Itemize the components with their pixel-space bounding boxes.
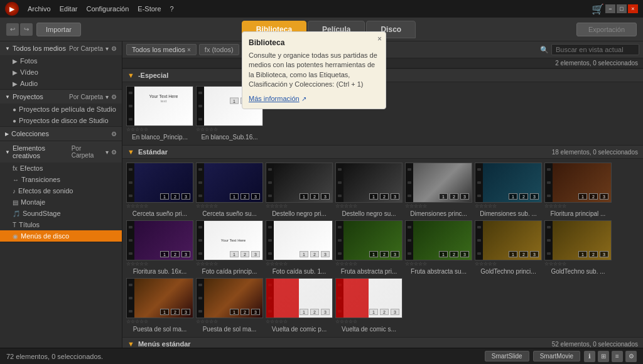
thumb: 123 bbox=[126, 163, 193, 203]
sidebar-item-audio[interactable]: ▶ Audio bbox=[0, 78, 122, 89]
title-bar: ▶ Archivo Editar Configuración E-Store ?… bbox=[0, 0, 643, 18]
sidebar-section-colecciones: ▶ Colecciones ⚙ bbox=[0, 127, 122, 141]
thumb: Your Text Here 123 bbox=[196, 220, 263, 260]
list-item[interactable]: 123 ☆☆☆☆☆ Fruta abstracta pri... bbox=[335, 220, 403, 276]
thumb: 123 bbox=[475, 163, 542, 203]
add-colecciones-icon[interactable]: ⚙ bbox=[111, 131, 117, 137]
item-label: En blanco_Sub.16... bbox=[196, 133, 263, 141]
filter-box[interactable]: fx (todos) bbox=[199, 44, 239, 55]
sidebar-item-menus[interactable]: ◉ Menús de disco bbox=[0, 230, 122, 242]
redo-button[interactable]: ↪ bbox=[20, 23, 33, 36]
menu-editar[interactable]: Editar bbox=[56, 4, 82, 14]
section-menus-estandar: ▼ Menús estándar 52 elementos, 0 selecci… bbox=[122, 337, 643, 348]
list-item[interactable]: Your Text Heretext ☆☆☆☆☆ En blanco_Princ… bbox=[126, 86, 193, 141]
import-button[interactable]: Importar bbox=[36, 23, 81, 36]
add-proyectos-icon[interactable]: ⚙ bbox=[111, 94, 117, 100]
list-item[interactable]: 123 ☆☆☆☆☆ Cerceta sueño pri... bbox=[126, 163, 193, 218]
sidebar-item-titulos[interactable]: T Títulos bbox=[0, 219, 122, 230]
list-item[interactable]: 123 ☆☆☆☆☆ Fruta abstracta su... bbox=[405, 220, 472, 276]
search-input[interactable] bbox=[551, 44, 639, 55]
add-medios-icon[interactable]: ⚙ bbox=[111, 45, 117, 52]
sort-proyectos[interactable]: Por Carpeta bbox=[69, 94, 103, 100]
disco-label: Proyectos de disco de Studio bbox=[19, 117, 108, 124]
export-button[interactable]: Exportación bbox=[576, 23, 637, 36]
menu-archivo[interactable]: Archivo bbox=[24, 4, 55, 14]
menu-estore[interactable]: E-Store bbox=[134, 4, 165, 14]
item-label: Dimensiones sub. ... bbox=[475, 210, 542, 218]
chevron-creativos-icon: ▾ bbox=[105, 149, 109, 156]
sort-creativos[interactable]: Por Carpeta bbox=[72, 145, 103, 159]
list-view-icon[interactable]: ≡ bbox=[612, 351, 623, 362]
item-label: GoldTechno princi... bbox=[475, 267, 542, 276]
list-item[interactable]: 123 ☆☆☆☆☆ Foto caída sub. 1... bbox=[266, 220, 333, 276]
sidebar-header-proyectos[interactable]: ▼ Proyectos Por Carpeta ▾ ⚙ bbox=[0, 90, 122, 104]
sidebar-item-soundstage[interactable]: 🎵 SoundStage bbox=[0, 208, 122, 219]
stars: ☆☆☆☆☆ bbox=[196, 260, 263, 267]
transiciones-icon: ↔ bbox=[13, 176, 19, 183]
sidebar-header-creativos[interactable]: ▼ Elementos creativos Por Carpeta ▾ ⚙ bbox=[0, 141, 122, 163]
tooltip-close-button[interactable]: × bbox=[377, 35, 382, 43]
smart-slide-button[interactable]: SmartSlide bbox=[485, 351, 529, 361]
sidebar-item-montaje[interactable]: ▤ Montaje bbox=[0, 196, 122, 208]
content-scroll[interactable]: ▼ -Especial Your Text Heretext ☆☆☆☆☆ En … bbox=[122, 68, 643, 348]
settings-icon[interactable]: ⚙ bbox=[625, 351, 637, 362]
tooltip-more-link[interactable]: Más información bbox=[249, 95, 300, 102]
breadcrumb-all-media[interactable]: Todos los medios × bbox=[126, 44, 197, 55]
smart-movie-button[interactable]: SmartMovie bbox=[533, 351, 580, 361]
sidebar-item-efectos-sonido[interactable]: ♪ Efectos de sonido bbox=[0, 185, 122, 196]
efectos-icon: fx bbox=[13, 165, 18, 172]
list-item[interactable]: 123 ☆☆☆☆☆ Vuelta de comic s... bbox=[335, 278, 403, 333]
stars: ☆☆☆☆☆ bbox=[544, 260, 612, 267]
stars: ☆☆☆☆☆ bbox=[126, 126, 193, 133]
sidebar-header-colecciones[interactable]: ▶ Colecciones ⚙ bbox=[0, 127, 122, 141]
list-item[interactable]: 123 ☆☆☆☆☆ Dimensiones princ... bbox=[405, 163, 472, 218]
arrow-medios: ▼ bbox=[5, 46, 10, 51]
sidebar-item-pelicula[interactable]: ● Proyectos de película de Studio bbox=[0, 104, 122, 115]
sort-medios[interactable]: Por Carpeta bbox=[69, 45, 103, 52]
audio-icon: ▶ bbox=[13, 80, 18, 87]
undo-button[interactable]: ↩ bbox=[6, 23, 19, 36]
sidebar-header-medios[interactable]: ▼ Todos los medios Por Carpeta ▾ ⚙ bbox=[0, 41, 122, 55]
sidebar-item-efectos[interactable]: fx Efectos bbox=[0, 163, 122, 174]
list-item[interactable]: 123 ☆☆☆☆☆ Puesta de sol ma... bbox=[196, 278, 263, 333]
list-item[interactable]: 123 ☆☆☆☆☆ Destello negro su... bbox=[335, 163, 403, 218]
item-label: Fruta abstracta su... bbox=[405, 267, 472, 276]
minimize-button[interactable]: − bbox=[605, 4, 615, 13]
sidebar-item-transiciones[interactable]: ↔ Transiciones bbox=[0, 174, 122, 185]
sidebar: ▼ Todos los medios Por Carpeta ▾ ⚙ ▶ Fot… bbox=[0, 41, 122, 348]
info-icon[interactable]: ℹ bbox=[584, 351, 595, 362]
list-item[interactable]: 123 ☆☆☆☆☆ Vuelta de comic p... bbox=[266, 278, 333, 333]
close-button[interactable]: × bbox=[628, 4, 638, 13]
list-item[interactable]: 123 ☆☆☆☆☆ Dimensiones sub. ... bbox=[475, 163, 542, 218]
maximize-button[interactable]: □ bbox=[617, 4, 627, 13]
stars: ☆☆☆☆☆ bbox=[544, 203, 612, 210]
item-label: Fruta abstracta pri... bbox=[335, 267, 403, 276]
fotos-label: Fotos bbox=[20, 57, 38, 65]
breadcrumb-close-icon[interactable]: × bbox=[187, 46, 191, 53]
section-arrow-menus: ▼ bbox=[127, 340, 134, 348]
list-item[interactable]: 123 ☆☆☆☆☆ GoldTechno princi... bbox=[475, 220, 542, 276]
add-creativos-icon[interactable]: ⚙ bbox=[111, 149, 117, 156]
list-item[interactable]: 123 ☆☆☆☆☆ Puesta de sol ma... bbox=[126, 278, 193, 333]
status-icons: ℹ ⊞ ≡ ⚙ bbox=[584, 351, 637, 362]
list-item[interactable]: 123 ☆☆☆☆☆ GoldTechno sub. ... bbox=[544, 220, 612, 276]
list-item[interactable]: 123 ☆☆☆☆☆ Floritura principal ... bbox=[544, 163, 612, 218]
menu-bar: Archivo Editar Configuración E-Store ? bbox=[24, 4, 178, 14]
sidebar-item-video[interactable]: ▶ Vídeo bbox=[0, 67, 122, 78]
list-item[interactable]: Your Text Here 123 ☆☆☆☆☆ Foto caída prin… bbox=[196, 220, 263, 276]
grid-icon[interactable]: ⊞ bbox=[598, 351, 609, 362]
thumb: 123 bbox=[266, 220, 333, 260]
title-bar-left: ▶ Archivo Editar Configuración E-Store ? bbox=[5, 2, 178, 16]
sidebar-item-disco[interactable]: ● Proyectos de disco de Studio bbox=[0, 115, 122, 126]
menu-help[interactable]: ? bbox=[166, 4, 178, 14]
list-item[interactable]: 123 ☆☆☆☆☆ Destello negro pri... bbox=[266, 163, 333, 218]
menu-configuracion[interactable]: Configuración bbox=[82, 4, 132, 14]
sidebar-label-medios: Todos los medios bbox=[13, 45, 66, 52]
video-icon: ▶ bbox=[13, 69, 18, 76]
thumb: 123 bbox=[266, 163, 333, 203]
list-item[interactable]: 123 ☆☆☆☆☆ Floritura sub. 16x... bbox=[126, 220, 193, 276]
sidebar-item-fotos[interactable]: ▶ Fotos bbox=[0, 55, 122, 67]
cart-icon[interactable]: 🛒 bbox=[592, 3, 604, 15]
list-item[interactable]: 123 ☆☆☆☆☆ Cerceta sueño su... bbox=[196, 163, 263, 218]
thumb: 123 bbox=[405, 163, 472, 203]
